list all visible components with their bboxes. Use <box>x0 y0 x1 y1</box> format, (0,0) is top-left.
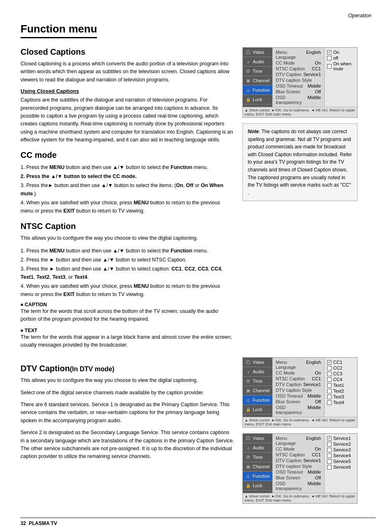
menu-row-lang-1: Menu LanguageEnglish <box>276 49 321 60</box>
bottom-area: DTV Caption(In DTV mode) This allows you… <box>21 357 376 509</box>
ntsc-step-4: 4. When you are satisfied with your choi… <box>21 282 234 298</box>
menu-footer-1: ▲ Move cursor. ►/OK: Go to submenu. ◄ ME… <box>243 107 357 117</box>
menu-item-video-3: 🖵Video <box>243 434 272 443</box>
menu-item-video-2: 🖵Video <box>243 358 272 367</box>
tv-icon-1: 🖵 <box>245 49 251 55</box>
function-icon-1: ◇ <box>245 87 251 93</box>
menu-row-blue-2: Blue ScreenOff <box>276 399 321 405</box>
caption-def-text: The term for the words that scroll acros… <box>21 308 234 324</box>
menu-item-function-1: ◇Function <box>243 86 272 95</box>
time-icon-3: ⏱ <box>245 454 251 460</box>
checkbox-svc3-3 <box>327 448 332 452</box>
option-text4-2: Text4 <box>327 400 355 405</box>
menu-item-audio-3: ♪Audio <box>243 443 272 453</box>
cc-step-3: 3. Press the► button and then use ▲/▼ bu… <box>21 181 234 198</box>
checkbox-svc4-3 <box>327 453 332 458</box>
menu-nav-1: 🖵Video ♪Audio ⏱Time ⊞Channel ◇Function 🔒… <box>243 48 272 107</box>
menu-row-cc-2: CC ModeOn <box>276 370 321 376</box>
option-svc2-3: Service2 <box>327 441 355 447</box>
menu-settings-2: Menu LanguageEnglish CC ModeOn NTSC Capt… <box>272 358 324 417</box>
lock-icon-3: 🔒 <box>245 483 251 488</box>
audio-icon-3: ♪ <box>245 445 251 451</box>
note-bold: Note: <box>248 129 261 134</box>
menu-item-time-3: ⏱Time <box>243 453 272 462</box>
menu-row-osd-1: OSD TimeoutMiddle <box>276 83 321 89</box>
option-cc2-2: CC2 <box>327 365 355 371</box>
checkbox-off-1 <box>327 56 332 60</box>
menu-row-lang-3: Menu LanguageEnglish <box>276 435 321 446</box>
menu-row-ntsc-1: NTSC CaptionCC1 <box>276 66 321 72</box>
ntsc-caption-title: NTSC Caption <box>21 222 234 231</box>
dtv-para2: There are 6 standard services. Service 1… <box>21 401 234 425</box>
ntsc-step-1: 1. Press the MENU button and then use ▲/… <box>21 247 234 255</box>
checkbox-svc5-3 <box>327 459 332 464</box>
checkbox-onwhenmute-1 <box>327 64 332 69</box>
menu-row-blue-1: Blue ScreenOff <box>276 89 321 95</box>
option-off-1: off <box>327 55 355 61</box>
checkbox-text2-2 <box>327 389 332 393</box>
dtv-caption-title: DTV Caption(In DTV mode) <box>21 364 234 373</box>
cc-mode-steps: 1. Press the MENU button and then use ▲/… <box>21 163 234 215</box>
option-svc4-3: Service4 <box>327 453 355 458</box>
menu-row-dtvstyle-3: DTV caption Style <box>276 463 321 469</box>
option-svc6-3: Service6 <box>327 464 355 470</box>
menu-row-dtvstyle-2: DTV caption Style <box>276 387 321 393</box>
checkbox-svc1-3 <box>327 436 332 441</box>
closed-captions-title: Closed Captions <box>21 47 234 57</box>
menu-row-dtvstyle-1: DTV caption Style <box>276 77 321 83</box>
menu-settings-1: Menu LanguageEnglish CC ModeOn NTSC Capt… <box>272 48 324 107</box>
menu-body-3: 🖵Video ♪Audio ⏱Time ⊞Channel ◇Function 🔒… <box>243 434 357 493</box>
dtv-para1: Select one of the digital service channe… <box>21 389 234 397</box>
option-svc5-3: Service5 <box>327 458 355 464</box>
channel-icon-2: ⊞ <box>245 388 251 393</box>
menu-row-dtv-1: DTV CaptionService1 <box>276 72 321 77</box>
menu-settings-3: Menu LanguageEnglish CC ModeOn NTSC Capt… <box>272 434 324 493</box>
menu-item-audio-2: ♪Audio <box>243 367 272 377</box>
text-def-text: The term for the words that appear in a … <box>21 333 234 349</box>
dtv-title-main: DTV Caption <box>21 364 70 373</box>
option-cc4-2: CC4 <box>327 377 355 382</box>
menu-row-ntsc-3: NTSC CaptionCC1 <box>276 452 321 458</box>
menu-item-channel-3: ⊞Channel <box>243 462 272 472</box>
lock-icon-1: 🔒 <box>245 97 251 102</box>
menu-item-channel-1: ⊞Channel <box>243 76 272 86</box>
menu-box-1: 🖵Video ♪Audio ⏱Time ⊞Channel ◇Function 🔒… <box>242 47 357 118</box>
channel-icon-1: ⊞ <box>245 78 251 83</box>
menu-options-2: CC1 CC2 CC3 CC4 Text1 Text2 Text3 Text4 <box>324 358 357 417</box>
audio-icon-2: ♪ <box>245 369 251 375</box>
menu-options-3: Service1 Service2 Service3 Service4 Serv… <box>324 434 357 493</box>
bottom-right: 🖵Video ♪Audio ⏱Time ⊞Channel ◇Function 🔒… <box>242 357 357 509</box>
menu-item-audio-1: ♪Audio <box>243 57 272 67</box>
menu-item-function-3: ◇Function <box>243 472 272 481</box>
bottom-left: DTV Caption(In DTV mode) This allows you… <box>21 357 234 509</box>
ntsc-steps: 1. Press the MENU button and then use ▲/… <box>21 247 234 298</box>
cc-step-2: 2. Press the ▲/▼ button to select the CC… <box>21 172 234 180</box>
text-def-label: TEXT <box>21 328 234 333</box>
menu-row-dtv-3: DTV CaptionService1 <box>276 458 321 463</box>
time-icon-1: ⏱ <box>245 68 251 74</box>
menu-body-2: 🖵Video ♪Audio ⏱Time ⊞Channel ◇Function 🔒… <box>243 358 357 417</box>
option-cc3-2: CC3 <box>327 371 355 377</box>
checkbox-cc3-2 <box>327 372 332 376</box>
menu-item-lock-3: 🔒Lock <box>243 481 272 490</box>
ntsc-step-3: 3. Press the ► button and then use ▲/▼ b… <box>21 265 234 281</box>
menu-row-osdtr-3: OSD transparencyMiddle <box>276 481 321 491</box>
ntsc-step-2: 2. Press the ► button and then use ▲/▼ b… <box>21 256 234 264</box>
checkbox-cc2-2 <box>327 366 332 370</box>
dtv-intro: This allows you to configure the way you… <box>21 377 234 384</box>
page-number: 32 <box>21 520 26 526</box>
time-icon-2: ⏱ <box>245 378 251 384</box>
ntsc-caption-section: NTSC Caption This allows you to configur… <box>21 222 234 349</box>
function-icon-2: ◇ <box>245 397 251 403</box>
menu-row-osdtr-1: OSD transparencyMiddle <box>276 95 321 105</box>
dtv-caption-section: DTV Caption(In DTV mode) This allows you… <box>21 364 234 460</box>
cc-mode-section: CC mode 1. Press the MENU button and the… <box>21 150 234 215</box>
menu-row-blue-3: Blue ScreenOff <box>276 475 321 481</box>
menu-row-cc-3: CC ModeOn <box>276 446 321 452</box>
menu-item-lock-1: 🔒Lock <box>243 95 272 104</box>
checkbox-cc1-2 <box>327 360 332 365</box>
operation-label: Operation <box>348 12 371 19</box>
menu-item-lock-2: 🔒Lock <box>243 405 272 414</box>
option-text1-2: Text1 <box>327 382 355 388</box>
menu-options-1: On off On when mute <box>324 48 357 107</box>
